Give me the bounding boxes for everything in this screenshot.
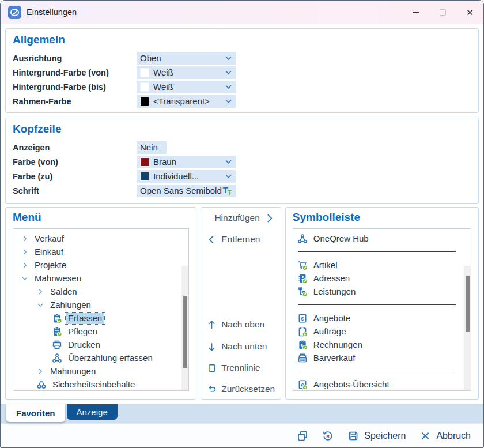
tree-collapsed-icon[interactable] <box>21 235 29 243</box>
tree-item[interactable]: Mahnwesen <box>13 272 188 285</box>
font-picker-icon[interactable]: TT <box>222 185 233 196</box>
toolbar-scrollbar-thumb[interactable] <box>466 276 470 332</box>
tree-item[interactable]: Salden <box>13 285 188 298</box>
toolbar-scrollbar[interactable] <box>464 266 471 390</box>
tree-item[interactable]: Mahnungen <box>13 364 188 378</box>
save-button[interactable]: Speichern <box>347 430 406 442</box>
euro-doc-search-icon: € <box>297 379 308 390</box>
tree-collapsed-icon[interactable] <box>36 367 44 375</box>
save-label: Speichern <box>364 431 406 441</box>
tree-item[interactable]: Sicherheitseinbehalte <box>13 378 188 391</box>
schrift-field[interactable]: Open Sans Semibold TT <box>137 185 236 197</box>
color-swatch <box>140 68 149 77</box>
color-swatch <box>140 97 149 106</box>
anzeigen-field[interactable]: Nein <box>137 141 167 154</box>
tree-collapsed-icon[interactable] <box>36 288 44 296</box>
panel-menu: Menü VerkaufEinkaufProjekteMahnwesenSald… <box>5 207 196 400</box>
farbe-von-dropdown[interactable]: Braun <box>137 156 236 168</box>
button-label: Nach oben <box>221 319 264 330</box>
field-label: Anzeigen <box>13 143 137 152</box>
toolbar-item[interactable]: Artikel <box>293 258 471 272</box>
titlebar[interactable]: Einstellungen ✕ <box>1 1 483 24</box>
clipboard-edit-icon <box>52 326 62 337</box>
close-x-icon <box>419 430 431 442</box>
toolbar-item-label: Barverkauf <box>313 353 356 363</box>
toolbar-item[interactable]: Aufträge <box>293 325 471 338</box>
tree-item[interactable]: Verkauf <box>13 232 188 245</box>
toolbar-separator <box>293 298 471 311</box>
tree-item-label: Mahnungen <box>50 366 96 376</box>
nach-oben-button[interactable]: Nach oben <box>207 319 264 330</box>
svg-text:T: T <box>228 189 232 196</box>
ausrichtung-dropdown[interactable]: Oben <box>137 52 236 65</box>
farbe-zu-dropdown[interactable]: Individuell... <box>137 170 236 183</box>
tree-item[interactable]: Projekte <box>13 258 188 272</box>
dropdown-value: Braun <box>153 157 224 167</box>
clipboard-download-icon <box>297 326 308 337</box>
tree-item[interactable]: Überzahlung erfassen <box>13 351 188 364</box>
toolbar-item[interactable]: €Angebots-Übersicht <box>293 378 471 391</box>
dropdown-value: Oben <box>140 53 224 63</box>
tree-collapsed-icon[interactable] <box>21 248 29 256</box>
window-title: Einstellungen <box>27 7 402 17</box>
close-button[interactable]: ✕ <box>456 1 483 24</box>
entfernen-button[interactable]: Entfernen <box>207 234 260 244</box>
cancel-button[interactable]: Abbruch <box>419 430 471 442</box>
rahmen-farbe-dropdown[interactable]: <Transparent> <box>137 95 236 108</box>
toolbar-item-label: Rechnungen <box>313 340 362 349</box>
tab-favoriten[interactable]: Favoriten <box>6 404 65 422</box>
window-controls: ✕ <box>402 1 483 24</box>
nach-unten-button[interactable]: Nach unten <box>207 341 267 352</box>
toolbar-item-label: Adressen <box>313 273 350 283</box>
hintergrund-von-dropdown[interactable]: Weiß <box>137 66 236 79</box>
copy-button[interactable] <box>297 430 308 442</box>
toolbar-item[interactable]: Adressen <box>293 272 471 285</box>
trennlinie-button[interactable]: Trennlinie <box>207 363 260 373</box>
tree-expanded-icon[interactable] <box>36 301 44 309</box>
chevron-down-icon <box>224 172 233 180</box>
menu-scrollbar-thumb[interactable] <box>183 296 187 368</box>
toolbar-item[interactable]: Barverkauf <box>293 351 471 364</box>
field-label: Farbe (von) <box>13 157 137 167</box>
cart-edit-icon <box>297 260 308 270</box>
chevron-down-icon <box>224 97 233 106</box>
close-icon: ✕ <box>466 8 474 17</box>
cash-register-icon <box>297 353 308 363</box>
tree-item[interactable]: Drucken <box>13 338 188 351</box>
toolbar-separator <box>293 364 471 378</box>
tree-item-label: Zahlungen <box>50 300 91 310</box>
menu-scrollbar[interactable] <box>181 266 188 390</box>
panel-transfer: Hinzufügen Entfernen Nach oben Nach unte… <box>201 207 281 400</box>
tree-item[interactable]: Zahlungen <box>13 298 188 311</box>
chevron-down-icon <box>224 82 233 91</box>
tree-item[interactable]: Erfassen <box>13 311 188 325</box>
addressbook-edit-icon <box>297 273 308 284</box>
toolbar-item[interactable]: €Angebote <box>293 311 471 325</box>
tree-item[interactable]: Einkauf <box>13 245 188 258</box>
tree-item[interactable]: Pflegen <box>13 325 188 338</box>
field-label: Farbe (zu) <box>13 172 137 181</box>
toolbar-item[interactable]: Leistungen <box>293 285 471 298</box>
reset-button[interactable] <box>322 430 334 442</box>
section-title: Symbolleiste <box>293 210 478 225</box>
tree-expanded-icon[interactable] <box>21 274 29 283</box>
section-title: Menü <box>13 210 196 225</box>
panels-row: Menü VerkaufEinkaufProjekteMahnwesenSald… <box>5 207 479 400</box>
tree-item-label: Erfassen <box>66 313 104 324</box>
toolbar-item[interactable]: OneQrew Hub <box>293 232 471 245</box>
tab-anzeige[interactable]: Anzeige <box>67 404 118 420</box>
section-title: Kopfzeile <box>13 122 471 137</box>
tree-collapsed-icon[interactable] <box>21 261 29 269</box>
minimize-button[interactable] <box>402 1 429 24</box>
toolbar-item[interactable]: €Rechnungen <box>293 338 471 351</box>
zuruecksetzen-button[interactable]: Zurücksetzen <box>207 384 275 394</box>
tree-item-label: Überzahlung erfassen <box>68 353 153 363</box>
cancel-label: Abbruch <box>436 431 471 441</box>
arrow-down-icon <box>207 342 217 352</box>
undo-icon <box>207 385 217 394</box>
dropdown-value: Weiß <box>153 67 224 77</box>
chevron-down-icon <box>224 68 233 77</box>
hintergrund-bis-dropdown[interactable]: Weiß <box>137 81 236 93</box>
hinzufuegen-button[interactable]: Hinzufügen <box>214 213 274 223</box>
button-label: Hinzufügen <box>214 213 259 223</box>
